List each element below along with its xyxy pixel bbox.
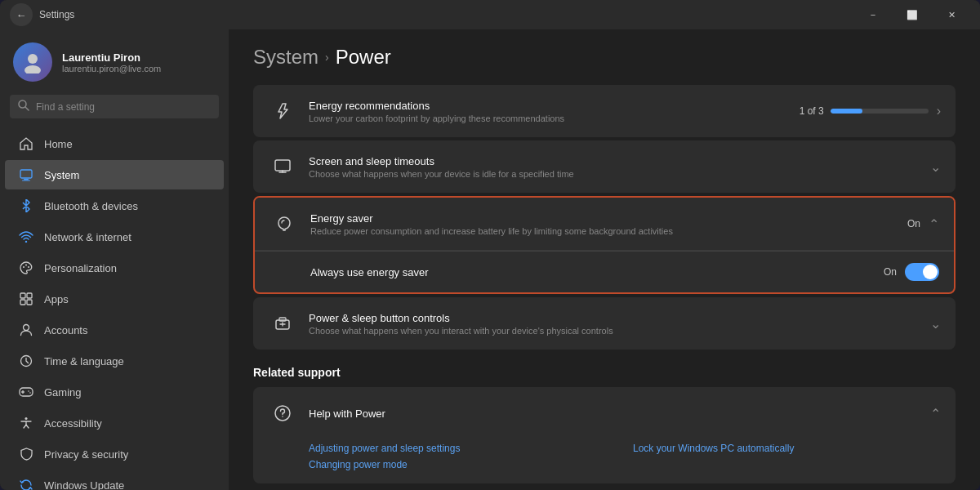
- energy-recommendations-row[interactable]: Energy recommendations Lower your carbon…: [253, 85, 956, 137]
- sidebar-label-apps: Apps: [44, 293, 69, 305]
- sidebar-item-gaming[interactable]: Gaming: [5, 377, 224, 407]
- help-title: Help with Power: [309, 408, 930, 420]
- sidebar-item-time[interactable]: Time & language: [5, 346, 224, 376]
- sidebar-label-gaming: Gaming: [44, 386, 82, 399]
- energy-saver-title: Energy saver: [310, 212, 907, 225]
- svg-point-8: [23, 266, 24, 268]
- help-chevron: ⌃: [930, 406, 941, 421]
- sidebar-label-network: Network & internet: [44, 231, 131, 243]
- accessibility-icon: [18, 415, 34, 431]
- breadcrumb: System › Power: [253, 46, 956, 69]
- energy-recommendations-text: Energy recommendations Lower your carbon…: [309, 100, 800, 123]
- accounts-icon: [18, 322, 34, 338]
- sidebar-item-bluetooth[interactable]: Bluetooth & devices: [5, 191, 224, 220]
- help-links-grid: Adjusting power and sleep settings Lock …: [253, 439, 956, 483]
- svg-rect-14: [27, 300, 32, 305]
- screen-sleep-row[interactable]: Screen and sleep timeouts Choose what ha…: [253, 140, 956, 193]
- sidebar-item-accessibility[interactable]: Accessibility: [5, 408, 224, 438]
- sidebar: Laurentiu Piron laurentiu.piron@live.com: [0, 29, 229, 490]
- sidebar-label-time: Time & language: [44, 355, 124, 368]
- help-right: ⌃: [930, 406, 941, 421]
- energy-saver-row[interactable]: Energy saver Reduce power consumption an…: [255, 198, 954, 251]
- main-content: System › Power Energy recommendations Lo…: [229, 29, 980, 490]
- search-input[interactable]: [36, 101, 211, 113]
- power-sleep-icon: [268, 309, 297, 338]
- search-box[interactable]: [10, 95, 219, 118]
- sidebar-label-accounts: Accounts: [44, 324, 87, 336]
- energy-recommendations-icon: [268, 96, 297, 126]
- progress-bar-fill: [831, 109, 863, 114]
- user-name: Laurentiu Piron: [62, 51, 161, 64]
- help-icon: [268, 399, 297, 428]
- system-icon: [18, 167, 34, 183]
- always-use-toggle[interactable]: [905, 263, 939, 281]
- window-title: Settings: [39, 9, 74, 20]
- help-header-row[interactable]: Help with Power ⌃: [253, 387, 956, 439]
- progress-text: 1 of 3: [800, 105, 824, 117]
- network-icon: [18, 229, 34, 245]
- svg-point-10: [28, 266, 29, 268]
- power-sleep-desc: Choose what happens when you interact wi…: [309, 326, 930, 336]
- time-icon: [18, 353, 34, 369]
- settings-window: ← Settings − ⬜ ✕: [0, 0, 980, 490]
- sidebar-label-accessibility: Accessibility: [44, 417, 102, 430]
- screen-sleep-icon: [268, 152, 297, 181]
- title-bar: ← Settings − ⬜ ✕: [0, 0, 980, 29]
- progress-bar-wrap: [831, 109, 929, 114]
- svg-point-7: [25, 241, 27, 243]
- svg-rect-23: [275, 160, 290, 171]
- sidebar-item-system[interactable]: System: [5, 160, 224, 189]
- bluetooth-icon: [18, 198, 34, 214]
- sidebar-item-home[interactable]: Home: [5, 129, 224, 158]
- sidebar-label-home: Home: [44, 138, 73, 150]
- energy-recommendations-right: 1 of 3 ›: [800, 104, 941, 118]
- svg-rect-12: [27, 293, 32, 298]
- user-section: Laurentiu Piron laurentiu.piron@live.com: [0, 29, 229, 91]
- toggle-right: On: [884, 263, 939, 281]
- help-link-2[interactable]: Changing power mode: [309, 459, 617, 470]
- sidebar-label-personalization: Personalization: [44, 262, 117, 274]
- personalization-icon: [18, 260, 34, 276]
- svg-rect-11: [20, 293, 25, 298]
- sidebar-item-personalization[interactable]: Personalization: [5, 253, 224, 283]
- power-sleep-right: ⌄: [930, 316, 941, 332]
- breadcrumb-parent: System: [253, 46, 318, 69]
- sidebar-label-bluetooth: Bluetooth & devices: [44, 200, 138, 212]
- avatar: [13, 42, 52, 82]
- help-link-1[interactable]: Lock your Windows PC automatically: [633, 443, 941, 454]
- sidebar-item-windows-update[interactable]: Windows Update: [5, 470, 224, 490]
- energy-recommendations-desc: Lower your carbon footprint by applying …: [309, 114, 800, 123]
- help-link-0[interactable]: Adjusting power and sleep settings: [309, 443, 617, 454]
- screen-sleep-card: Screen and sleep timeouts Choose what ha…: [253, 140, 956, 193]
- sidebar-item-apps[interactable]: Apps: [5, 284, 224, 314]
- svg-rect-13: [20, 300, 25, 305]
- sidebar-item-network[interactable]: Network & internet: [5, 222, 224, 252]
- power-sleep-card: Power & sleep button controls Choose wha…: [253, 297, 956, 350]
- energy-rec-chevron: ›: [937, 104, 941, 118]
- sidebar-item-privacy[interactable]: Privacy & security: [5, 439, 224, 469]
- screen-sleep-desc: Choose what happens when your device is …: [309, 169, 930, 179]
- related-support-header: Related support: [253, 366, 956, 379]
- energy-recommendations-title: Energy recommendations: [309, 100, 800, 112]
- svg-point-0: [28, 54, 38, 64]
- power-sleep-chevron: ⌄: [930, 316, 941, 332]
- screen-sleep-right: ⌄: [930, 159, 941, 175]
- sidebar-item-accounts[interactable]: Accounts: [5, 315, 224, 345]
- energy-saver-right: On ⌃: [907, 216, 939, 232]
- maximize-button[interactable]: ⬜: [893, 0, 931, 29]
- always-use-row: Always use energy saver On: [255, 252, 954, 292]
- screen-sleep-title: Screen and sleep timeouts: [309, 155, 930, 167]
- svg-rect-5: [24, 179, 29, 180]
- back-button[interactable]: ←: [10, 3, 33, 26]
- windows-update-icon: [18, 477, 34, 490]
- gaming-icon: [18, 384, 34, 400]
- svg-rect-4: [20, 170, 32, 178]
- power-sleep-text: Power & sleep button controls Choose wha…: [309, 312, 930, 336]
- svg-point-29: [282, 416, 283, 417]
- progress-container: 1 of 3: [800, 105, 929, 117]
- close-button[interactable]: ✕: [933, 0, 970, 29]
- minimize-button[interactable]: −: [854, 0, 892, 29]
- svg-point-21: [29, 392, 31, 394]
- energy-saver-desc: Reduce power consumption and increase ba…: [310, 226, 907, 236]
- power-sleep-row[interactable]: Power & sleep button controls Choose wha…: [253, 297, 956, 350]
